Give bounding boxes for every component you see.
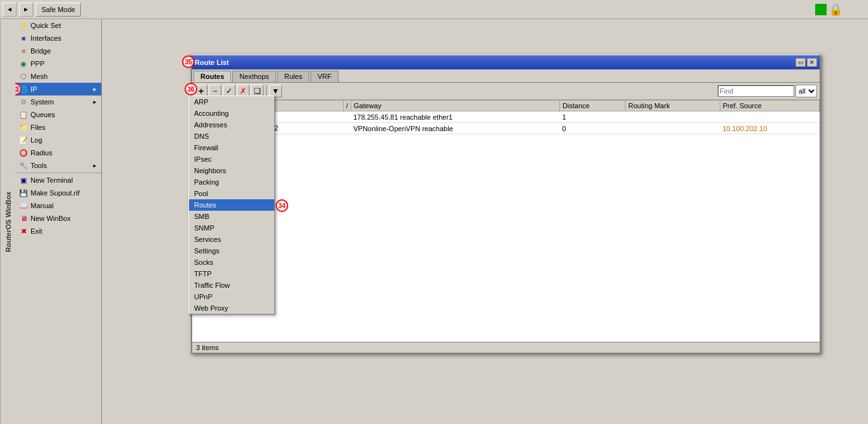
submenu-item-traffic-flow[interactable]: Traffic Flow: [189, 279, 274, 291]
sidebar-item-label: Log: [31, 136, 42, 144]
system-arrow-icon: ►: [92, 99, 97, 105]
sidebar-item-label: Queues: [31, 111, 55, 118]
tab-vrf[interactable]: VRF: [311, 71, 339, 82]
table-row[interactable]: DAC ▶ 10.100.200.0/22 VPNonline-OpenVPN …: [193, 123, 820, 134]
submenu-item-settings[interactable]: Settings: [189, 245, 274, 257]
col-gateway[interactable]: Gateway: [351, 101, 559, 111]
sidebar-item-label: Manual: [31, 202, 53, 209]
terminal-icon: ▣: [19, 176, 28, 185]
sidebar-item-files[interactable]: 📁 Files: [15, 121, 101, 134]
submenu-item-ipsec[interactable]: IPsec: [189, 153, 274, 165]
window-restore-button[interactable]: ▭: [795, 58, 806, 67]
sidebar-item-queues[interactable]: 📋 Queues: [15, 108, 101, 121]
sidebar-item-label: Make Supout.rif: [31, 189, 80, 197]
badge-35: 35: [182, 55, 195, 68]
sidebar-item-label: Bridge: [31, 47, 51, 55]
radius-icon: ⭕: [19, 148, 28, 157]
sidebar-item-label: Mesh: [31, 73, 48, 80]
sidebar-item-label: PPP: [31, 60, 45, 67]
find-input[interactable]: [718, 85, 794, 97]
window-title: Route List 35: [195, 59, 229, 66]
forward-button[interactable]: ►: [19, 3, 33, 17]
interfaces-icon: ■: [19, 34, 28, 43]
col-slash[interactable]: /: [343, 101, 351, 111]
tools-arrow-icon: ►: [92, 163, 97, 169]
manual-icon: 📖: [19, 201, 28, 210]
safe-mode-button[interactable]: Safe Mode: [36, 3, 81, 17]
row-routing-mark: [626, 123, 720, 134]
window-titlebar: Route List 35 ▭ ✕: [192, 55, 820, 69]
tab-bar: Routes Nexthops Rules VRF: [192, 69, 820, 83]
sidebar-item-interfaces[interactable]: ■ Interfaces: [15, 32, 101, 45]
files-icon: 📁: [19, 123, 28, 132]
tab-rules[interactable]: Rules: [277, 71, 309, 82]
row-slash: [343, 111, 351, 123]
submenu-item-firewall[interactable]: Firewall: [189, 142, 274, 153]
sidebar-item-quickset[interactable]: ⚡ Quick Set: [15, 19, 101, 32]
top-toolbar: ◄ ► Safe Mode: [0, 0, 868, 19]
submenu-item-upnp[interactable]: UPnP: [189, 291, 274, 302]
row-distance: 0: [559, 123, 625, 134]
exit-icon: ✖: [19, 227, 28, 236]
green-indicator: [815, 4, 827, 15]
submenu-item-arp[interactable]: ARP: [189, 96, 274, 108]
sidebar-item-label: Exit: [31, 227, 42, 235]
quickset-icon: ⚡: [19, 21, 28, 30]
sidebar-item-radius[interactable]: ⭕ Radius: [15, 146, 101, 159]
sidebar-item-ip[interactable]: 🌐 IP ► 33: [15, 83, 101, 95]
content-area: ARP Accounting Addresses DNS Firewall IP…: [102, 19, 868, 424]
row-pref-source: 10.100.202.10: [720, 123, 819, 134]
submenu-item-tftp[interactable]: TFTP: [189, 268, 274, 279]
window-toolbar: 36 + − ✓ ✗ ❑ ▼ all: [192, 83, 820, 100]
submenu-item-dns[interactable]: DNS: [189, 131, 274, 142]
ip-submenu: ARP Accounting Addresses DNS Firewall IP…: [188, 95, 275, 314]
submenu-item-pool[interactable]: Pool: [189, 188, 274, 199]
submenu-item-snmp[interactable]: SNMP: [189, 222, 274, 234]
route-table-container: Dst. Address / Gateway Distance Routing …: [192, 100, 820, 342]
submenu-item-web-proxy[interactable]: Web Proxy: [189, 302, 274, 314]
sidebar-item-exit[interactable]: ✖ Exit: [15, 225, 101, 237]
submenu-item-services[interactable]: Services: [189, 234, 274, 245]
find-select[interactable]: all: [795, 85, 817, 97]
sidebar-item-tools[interactable]: 🔧 Tools ►: [15, 159, 101, 172]
submenu-item-neighbors[interactable]: Neighbors: [189, 165, 274, 176]
submenu-item-addresses[interactable]: Addresses: [189, 119, 274, 131]
sidebar-item-make-supout[interactable]: 💾 Make Supout.rif: [15, 187, 101, 199]
sidebar-item-manual[interactable]: 📖 Manual: [15, 199, 101, 212]
back-button[interactable]: ◄: [3, 3, 17, 17]
sidebar-item-new-winbox[interactable]: 🖥 New WinBox: [15, 212, 101, 225]
status-bar: 3 items: [192, 342, 820, 353]
submenu-item-accounting[interactable]: Accounting: [189, 108, 274, 119]
row-slash: [343, 123, 351, 134]
window-controls: ▭ ✕: [795, 58, 817, 67]
sidebar-item-label: Files: [31, 124, 45, 131]
submenu-item-socks[interactable]: Socks: [189, 257, 274, 268]
col-pref-source[interactable]: Pref. Source: [720, 101, 819, 111]
sidebar-item-mesh[interactable]: ⬡ Mesh: [15, 70, 101, 83]
table-row[interactable]: AS ▶ 0.0.0.0/0 178.255.45.81 reachable e…: [193, 111, 820, 123]
sidebar-item-label: System: [31, 98, 54, 106]
sidebar-item-system[interactable]: ⚙ System ►: [15, 95, 101, 108]
window-close-button[interactable]: ✕: [807, 58, 817, 67]
sidebar-item-ppp[interactable]: ◉ PPP: [15, 57, 101, 70]
sidebar-item-log[interactable]: 📝 Log: [15, 134, 101, 146]
submenu-item-smb[interactable]: SMB: [189, 211, 274, 222]
row-distance: 1: [559, 111, 625, 123]
sidebar-item-new-terminal[interactable]: ▣ New Terminal: [15, 174, 101, 187]
badge-34: 34: [276, 199, 288, 212]
mesh-icon: ⬡: [19, 72, 28, 81]
log-icon: 📝: [19, 136, 28, 145]
lock-icon: 🔒: [829, 4, 843, 15]
row-gateway: 178.255.45.81 reachable ether1: [351, 111, 559, 123]
bridge-icon: ≡: [19, 46, 28, 55]
submenu-item-routes[interactable]: Routes 34: [189, 199, 274, 211]
ip-arrow-icon: ►: [92, 87, 97, 92]
badge-36: 36: [185, 83, 197, 95]
tab-routes[interactable]: Routes: [193, 71, 231, 82]
col-routing-mark[interactable]: Routing Mark: [626, 101, 720, 111]
submenu-item-packing[interactable]: Packing: [189, 176, 274, 188]
col-distance[interactable]: Distance: [559, 101, 625, 111]
sidebar-item-label: New WinBox: [31, 215, 71, 222]
sidebar-item-bridge[interactable]: ≡ Bridge: [15, 45, 101, 57]
tab-nexthops[interactable]: Nexthops: [232, 71, 276, 82]
